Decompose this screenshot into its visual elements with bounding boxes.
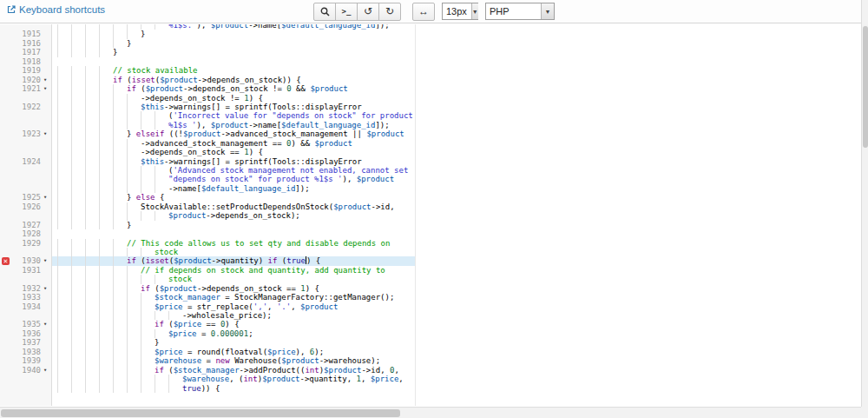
fold-marker-icon[interactable]: ▾: [43, 284, 52, 293]
code-row[interactable]: $warehouse, (int)$product->quantity, 1, …: [0, 375, 415, 383]
code-row[interactable]: ->advanced_stock_management == 0) && $pr…: [0, 139, 415, 148]
code-line[interactable]: $product->depends_on_stock);: [52, 211, 415, 220]
fold-marker-icon[interactable]: ▾: [43, 129, 52, 138]
code-line[interactable]: ->wholesale_price);: [52, 311, 415, 320]
code-row[interactable]: ('Incorrect value for "depends on stock"…: [0, 111, 415, 120]
code-line[interactable]: $warehouse, (int)$product->quantity, 1, …: [52, 375, 415, 383]
code-line[interactable]: ->name[$default_language_id]);: [52, 184, 415, 193]
code-line[interactable]: if ($product->depends_on_stock != 0 && $…: [52, 84, 415, 93]
vertical-scrollbar[interactable]: [861, 0, 868, 407]
code-line[interactable]: }: [52, 221, 415, 229]
code-row[interactable]: ->depends_on_stock == 1) {: [0, 148, 415, 156]
code-line[interactable]: [52, 229, 415, 238]
code-row[interactable]: 1929// This code allows us to set qty an…: [0, 239, 415, 248]
code-line[interactable]: }: [52, 48, 415, 56]
code-row[interactable]: ✕1930▾if (isset($product->quantity) if (…: [0, 256, 415, 265]
code-row[interactable]: 1926StockAvailable::setProductDependsOnS…: [0, 202, 415, 211]
code-line[interactable]: ('Advanced stock management not enabled,…: [52, 166, 415, 175]
code-row[interactable]: 1922$this->warnings[] = sprintf(Tools::d…: [0, 103, 415, 111]
code-line[interactable]: // if depends on stock and quantity, add…: [52, 266, 415, 275]
code-row[interactable]: stock: [0, 275, 415, 283]
horizontal-scrollbar-thumb[interactable]: [1, 409, 400, 417]
code-line[interactable]: if (isset($product->quantity) if (true) …: [52, 256, 415, 265]
fold-marker-icon[interactable]: ▾: [43, 366, 52, 375]
code-line[interactable]: ->depends_on_stock != 1) {: [52, 94, 415, 103]
code-row[interactable]: 1939$warehouse = new Warehouse($product-…: [0, 356, 415, 365]
code-row[interactable]: 1918: [0, 57, 415, 66]
console-button[interactable]: >_: [335, 3, 358, 21]
code-line[interactable]: }: [52, 338, 415, 347]
code-line[interactable]: $warehouse = new Warehouse($product->war…: [52, 356, 415, 365]
code-editor[interactable]: %1$s.'), $product->name[$default_languag…: [0, 24, 416, 406]
code-row[interactable]: 1935▾if ($price == 0) {: [0, 320, 415, 328]
code-row[interactable]: ('Advanced stock management not enabled,…: [0, 166, 415, 175]
code-row[interactable]: true)) {: [0, 384, 415, 393]
code-line[interactable]: ('Incorrect value for "depends on stock"…: [52, 111, 415, 120]
code-row[interactable]: 1920▾if (isset($product->depends_on_stoc…: [0, 76, 415, 84]
vertical-scrollbar-thumb[interactable]: [863, 26, 868, 148]
code-line[interactable]: $this->warnings[] = sprintf(Tools::displ…: [52, 157, 415, 166]
font-size-select[interactable]: 13px ▼: [442, 3, 478, 20]
code-row[interactable]: 1937}: [0, 338, 415, 347]
code-row[interactable]: 1927}: [0, 221, 415, 229]
code-row[interactable]: 1938$price = round(floatval($price), 6);: [0, 348, 415, 356]
code-line[interactable]: %1$s '), $product->name[$default_languag…: [52, 121, 415, 129]
code-row[interactable]: stock: [0, 248, 415, 256]
code-line[interactable]: stock: [52, 248, 415, 256]
code-row[interactable]: 1924$this->warnings[] = sprintf(Tools::d…: [0, 157, 415, 166]
code-row[interactable]: 1931// if depends on stock and quantity,…: [0, 266, 415, 275]
fold-marker-icon[interactable]: ▾: [43, 84, 52, 93]
code-line[interactable]: } elseif ((!$product->advanced_stock_man…: [52, 129, 415, 138]
fold-marker-icon[interactable]: ▾: [43, 320, 52, 328]
language-select[interactable]: PHP ▼: [485, 3, 555, 20]
horizontal-scrollbar[interactable]: [0, 407, 861, 418]
code-line[interactable]: "depends on stock" for product %1$s '), …: [52, 175, 415, 183]
code-line[interactable]: }: [52, 39, 415, 48]
code-line[interactable]: if ($price == 0) {: [52, 320, 415, 328]
code-line[interactable]: }: [52, 30, 415, 38]
keyboard-shortcuts-link[interactable]: Keyboard shortcuts: [7, 4, 105, 15]
fullwidth-button[interactable]: ↔: [412, 3, 435, 21]
code-row[interactable]: 1921▾if ($product->depends_on_stock != 0…: [0, 84, 415, 93]
code-row[interactable]: 1936$price = 0.000001;: [0, 329, 415, 338]
code-row[interactable]: 1915}: [0, 30, 415, 38]
code-line[interactable]: [52, 57, 415, 66]
code-line[interactable]: if ($stock_manager->addProduct((int)$pro…: [52, 366, 415, 375]
code-line[interactable]: StockAvailable::setProductDependsOnStock…: [52, 202, 415, 211]
code-line[interactable]: if (isset($product->depends_on_stock)) {: [52, 76, 415, 84]
code-row[interactable]: ->depends_on_stock != 1) {: [0, 94, 415, 103]
code-row[interactable]: 1932▾if ($product->depends_on_stock == 1…: [0, 284, 415, 293]
search-button[interactable]: [313, 3, 336, 21]
code-line[interactable]: $price = str_replace(',', '.', $product: [52, 302, 415, 311]
code-line[interactable]: $price = 0.000001;: [52, 329, 415, 338]
code-line[interactable]: $price = round(floatval($price), 6);: [52, 348, 415, 356]
fold-marker-icon[interactable]: ▾: [43, 256, 52, 265]
code-line[interactable]: $stock_manager = StockManagerFactory::ge…: [52, 293, 415, 302]
code-row[interactable]: 1928: [0, 229, 415, 238]
code-line[interactable]: $this->warnings[] = sprintf(Tools::displ…: [52, 103, 415, 111]
fold-marker-icon[interactable]: ▾: [43, 193, 52, 202]
code-row[interactable]: 1923▾} elseif ((!$product->advanced_stoc…: [0, 129, 415, 138]
code-row[interactable]: "depends on stock" for product %1$s '), …: [0, 175, 415, 183]
code-line[interactable]: ->advanced_stock_management == 0) && $pr…: [52, 139, 415, 148]
code-row[interactable]: 1917}: [0, 48, 415, 56]
code-line[interactable]: ->depends_on_stock == 1) {: [52, 148, 415, 156]
code-line[interactable]: // This code allows us to set qty and di…: [52, 239, 415, 248]
code-row[interactable]: 1919// stock available: [0, 66, 415, 75]
undo-button[interactable]: ↺: [357, 3, 379, 21]
code-row[interactable]: 1940▾if ($stock_manager->addProduct((int…: [0, 366, 415, 375]
redo-button[interactable]: ↻: [378, 3, 401, 21]
code-row[interactable]: %1$s '), $product->name[$default_languag…: [0, 121, 415, 129]
code-row[interactable]: ->name[$default_language_id]);: [0, 184, 415, 193]
code-line[interactable]: stock: [52, 275, 415, 283]
code-row[interactable]: 1934$price = str_replace(',', '.', $prod…: [0, 302, 415, 311]
fold-marker-icon[interactable]: ▾: [43, 76, 52, 84]
code-row[interactable]: $product->depends_on_stock);: [0, 211, 415, 220]
code-row[interactable]: 1933$stock_manager = StockManagerFactory…: [0, 293, 415, 302]
code-line[interactable]: } else {: [52, 193, 415, 202]
code-line[interactable]: if ($product->depends_on_stock == 1) {: [52, 284, 415, 293]
code-line[interactable]: // stock available: [52, 66, 415, 75]
code-row[interactable]: 1925▾} else {: [0, 193, 415, 202]
code-line[interactable]: true)) {: [52, 384, 415, 393]
code-row[interactable]: 1916}: [0, 39, 415, 48]
